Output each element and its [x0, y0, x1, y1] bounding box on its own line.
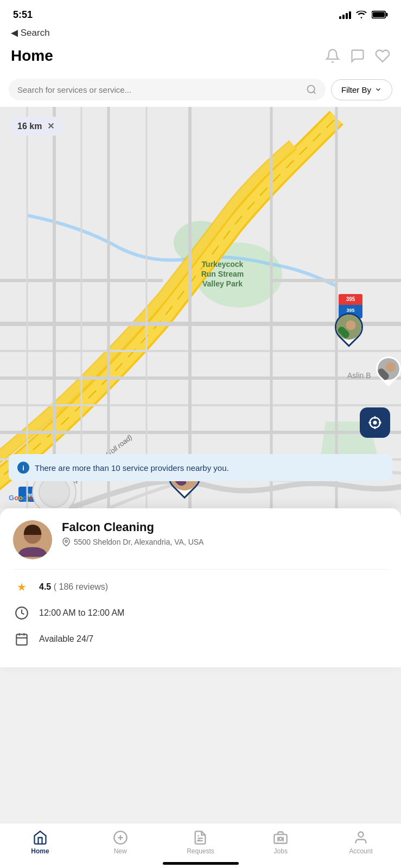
distance-tag[interactable]: 16 km ✕: [9, 117, 63, 136]
svg-text:Turkeycock: Turkeycock: [202, 260, 244, 269]
nav-home-label: Home: [31, 847, 49, 855]
svg-point-67: [279, 837, 282, 840]
account-nav-icon: [353, 830, 368, 845]
bell-icon[interactable]: [325, 48, 340, 63]
svg-point-70: [358, 832, 363, 837]
location-pin-icon: [62, 538, 71, 546]
location-button[interactable]: [360, 407, 390, 438]
svg-rect-2: [373, 12, 385, 17]
clock-icon: [15, 606, 29, 620]
home-indicator: [163, 862, 239, 865]
header-icons: [325, 48, 390, 63]
search-row: Filter By: [0, 73, 401, 107]
svg-point-54: [65, 540, 67, 542]
star-icon-wrap: ★: [13, 578, 30, 596]
availability-row: Available 24/7: [13, 630, 388, 648]
chat-icon[interactable]: [350, 48, 365, 63]
nav-jobs-label: Jobs: [274, 847, 288, 855]
close-distance-button[interactable]: ✕: [47, 121, 54, 131]
nav-new-label: New: [114, 847, 127, 855]
signal-icon: [339, 10, 351, 19]
map-pin-1[interactable]: [335, 313, 363, 341]
provider-address: 5500 Sheldon Dr, Alexandria, VA, USA: [62, 538, 388, 546]
svg-rect-1: [386, 13, 387, 16]
hours-text: 12:00 AM to 12:00 AM: [39, 608, 124, 618]
rating-row: ★ 4.5 ( 186 reviews): [13, 578, 388, 596]
svg-point-3: [307, 86, 314, 93]
google-watermark: Google: [9, 494, 33, 502]
nav-requests-label: Requests: [187, 847, 214, 855]
nav-back-label[interactable]: ◀ Search: [11, 27, 50, 39]
provider-avatar: [13, 520, 52, 559]
chevron-down-icon: [374, 86, 382, 93]
provider-name: Falcon Cleaning: [62, 520, 388, 534]
wifi-icon: [355, 10, 367, 19]
status-time: 5:51: [13, 9, 33, 21]
svg-rect-56: [16, 634, 27, 645]
page-title: Home: [11, 47, 53, 65]
svg-line-4: [314, 92, 316, 94]
requests-nav-icon: [193, 830, 208, 845]
nav-back[interactable]: ◀ Search: [0, 27, 401, 43]
bottom-nav: Home New Requests Jobs: [0, 823, 401, 868]
heart-icon[interactable]: [375, 48, 390, 63]
rating-value: 4.5: [39, 582, 51, 591]
service-card[interactable]: Falcon Cleaning 5500 Sheldon Dr, Alexand…: [0, 508, 401, 667]
svg-text:Run Stream: Run Stream: [201, 270, 244, 278]
map-background: 395 395 95 I-395 Express Lanes (Toll roa…: [0, 107, 401, 508]
divider: [13, 569, 388, 570]
star-icon: ★: [17, 580, 27, 593]
availability-text: Available 24/7: [39, 634, 93, 644]
app-header: Home: [0, 43, 401, 73]
clock-icon-wrap: [13, 604, 30, 622]
address-text: 5500 Sheldon Dr, Alexandria, VA, USA: [74, 538, 203, 546]
filter-button[interactable]: Filter By: [331, 79, 392, 100]
map-pin-2[interactable]: [376, 356, 401, 381]
svg-point-38: [39, 477, 69, 507]
nav-item-jobs[interactable]: Jobs: [240, 830, 321, 855]
nav-item-home[interactable]: Home: [0, 830, 80, 855]
info-text: There are more than 10 service providers…: [35, 463, 229, 473]
calendar-icon: [15, 632, 29, 646]
nav-item-requests[interactable]: Requests: [161, 830, 241, 855]
status-bar: 5:51: [0, 0, 401, 27]
home-nav-icon: [33, 830, 48, 845]
calendar-icon-wrap: [13, 630, 30, 648]
battery-icon: [372, 10, 388, 19]
status-icons: [339, 10, 388, 19]
search-icon: [306, 84, 317, 95]
rating-reviews: ( 186 reviews): [54, 582, 108, 591]
search-input-wrap[interactable]: [9, 79, 326, 100]
svg-point-51: [374, 422, 377, 424]
svg-text:Valley Park: Valley Park: [202, 279, 243, 288]
info-icon: i: [17, 462, 29, 474]
svg-text:Aslin B: Aslin B: [347, 371, 371, 380]
hours-row: 12:00 AM to 12:00 AM: [13, 604, 388, 622]
rating-text: 4.5 ( 186 reviews): [39, 582, 108, 592]
filter-label: Filter By: [341, 85, 371, 94]
new-nav-icon: [113, 830, 128, 845]
nav-item-account[interactable]: Account: [321, 830, 401, 855]
svg-rect-66: [275, 834, 287, 843]
nav-item-new[interactable]: New: [80, 830, 161, 855]
jobs-nav-icon: [273, 830, 288, 845]
info-banner: i There are more than 10 service provide…: [9, 454, 392, 481]
service-card-header: Falcon Cleaning 5500 Sheldon Dr, Alexand…: [13, 520, 388, 559]
provider-info: Falcon Cleaning 5500 Sheldon Dr, Alexand…: [62, 520, 388, 546]
crosshair-icon: [367, 415, 383, 430]
distance-value: 16 km: [17, 122, 42, 131]
search-input[interactable]: [17, 85, 302, 94]
svg-text:395: 395: [346, 296, 355, 302]
map-container[interactable]: 395 395 95 I-395 Express Lanes (Toll roa…: [0, 107, 401, 508]
nav-account-label: Account: [349, 847, 372, 855]
